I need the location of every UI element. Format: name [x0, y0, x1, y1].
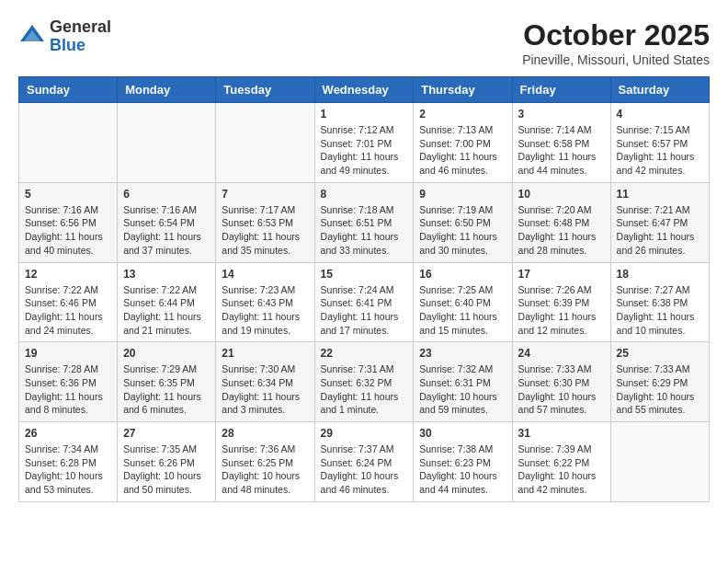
day-info: Sunrise: 7:13 AMSunset: 7:00 PMDaylight:…	[419, 123, 506, 178]
day-info: Sunrise: 7:17 AMSunset: 6:53 PMDaylight:…	[222, 203, 308, 258]
logo-icon	[18, 23, 46, 51]
day-number: 13	[123, 268, 210, 281]
logo-general: General	[50, 18, 111, 37]
day-info: Sunrise: 7:28 AMSunset: 6:36 PMDaylight:…	[25, 362, 111, 417]
calendar-cell	[216, 103, 314, 183]
calendar-cell: 22Sunrise: 7:31 AMSunset: 6:32 PMDayligh…	[314, 342, 414, 422]
day-info: Sunrise: 7:19 AMSunset: 6:50 PMDaylight:…	[419, 203, 506, 258]
day-info: Sunrise: 7:21 AMSunset: 6:47 PMDaylight:…	[617, 203, 703, 258]
day-info: Sunrise: 7:20 AMSunset: 6:48 PMDaylight:…	[518, 203, 605, 258]
calendar-cell: 12Sunrise: 7:22 AMSunset: 6:46 PMDayligh…	[19, 262, 118, 342]
title-area: October 2025 Pineville, Missouri, United…	[522, 18, 710, 67]
day-info: Sunrise: 7:38 AMSunset: 6:23 PMDaylight:…	[419, 442, 506, 497]
day-info: Sunrise: 7:34 AMSunset: 6:28 PMDaylight:…	[25, 442, 111, 497]
day-info: Sunrise: 7:25 AMSunset: 6:40 PMDaylight:…	[419, 283, 506, 338]
location: Pineville, Missouri, United States	[522, 52, 710, 67]
calendar-cell: 30Sunrise: 7:38 AMSunset: 6:23 PMDayligh…	[414, 422, 512, 502]
day-number: 5	[25, 188, 111, 201]
day-info: Sunrise: 7:14 AMSunset: 6:58 PMDaylight:…	[518, 123, 605, 178]
calendar-cell: 10Sunrise: 7:20 AMSunset: 6:48 PMDayligh…	[512, 182, 610, 262]
calendar-cell: 21Sunrise: 7:30 AMSunset: 6:34 PMDayligh…	[216, 342, 314, 422]
day-info: Sunrise: 7:23 AMSunset: 6:43 PMDaylight:…	[222, 283, 308, 338]
calendar-cell: 18Sunrise: 7:27 AMSunset: 6:38 PMDayligh…	[610, 262, 709, 342]
day-number: 24	[518, 347, 605, 360]
day-number: 27	[123, 427, 210, 440]
logo-blue: Blue	[50, 37, 111, 55]
calendar-cell: 27Sunrise: 7:35 AMSunset: 6:26 PMDayligh…	[118, 422, 216, 502]
calendar-cell: 1Sunrise: 7:12 AMSunset: 7:01 PMDaylight…	[314, 103, 414, 183]
calendar-cell	[19, 103, 118, 183]
day-number: 17	[518, 268, 605, 281]
day-number: 30	[419, 427, 506, 440]
calendar-cell: 20Sunrise: 7:29 AMSunset: 6:35 PMDayligh…	[118, 342, 216, 422]
calendar-week-row: 12Sunrise: 7:22 AMSunset: 6:46 PMDayligh…	[19, 262, 710, 342]
calendar-table: SundayMondayTuesdayWednesdayThursdayFrid…	[18, 76, 710, 502]
day-number: 29	[321, 427, 408, 440]
day-number: 12	[25, 268, 111, 281]
weekday-header: Thursday	[414, 77, 512, 103]
calendar-cell: 16Sunrise: 7:25 AMSunset: 6:40 PMDayligh…	[414, 262, 512, 342]
day-number: 26	[25, 427, 111, 440]
day-number: 18	[617, 268, 703, 281]
day-info: Sunrise: 7:29 AMSunset: 6:35 PMDaylight:…	[123, 362, 210, 417]
page-header: General Blue October 2025 Pineville, Mis…	[18, 18, 710, 67]
day-info: Sunrise: 7:30 AMSunset: 6:34 PMDaylight:…	[222, 362, 308, 417]
day-info: Sunrise: 7:33 AMSunset: 6:29 PMDaylight:…	[617, 362, 703, 417]
weekday-header: Friday	[512, 77, 610, 103]
calendar-cell	[610, 422, 709, 502]
calendar-cell: 29Sunrise: 7:37 AMSunset: 6:24 PMDayligh…	[314, 422, 414, 502]
day-info: Sunrise: 7:27 AMSunset: 6:38 PMDaylight:…	[617, 283, 703, 338]
day-number: 4	[617, 108, 703, 121]
day-info: Sunrise: 7:26 AMSunset: 6:39 PMDaylight:…	[518, 283, 605, 338]
day-number: 6	[123, 188, 210, 201]
calendar-cell: 15Sunrise: 7:24 AMSunset: 6:41 PMDayligh…	[314, 262, 414, 342]
day-info: Sunrise: 7:36 AMSunset: 6:25 PMDaylight:…	[222, 442, 308, 497]
day-info: Sunrise: 7:37 AMSunset: 6:24 PMDaylight:…	[321, 442, 408, 497]
day-number: 28	[222, 427, 308, 440]
calendar-cell: 31Sunrise: 7:39 AMSunset: 6:22 PMDayligh…	[512, 422, 610, 502]
calendar-cell: 23Sunrise: 7:32 AMSunset: 6:31 PMDayligh…	[414, 342, 512, 422]
day-info: Sunrise: 7:24 AMSunset: 6:41 PMDaylight:…	[321, 283, 408, 338]
weekday-header: Monday	[118, 77, 216, 103]
calendar-week-row: 26Sunrise: 7:34 AMSunset: 6:28 PMDayligh…	[19, 422, 710, 502]
calendar-week-row: 19Sunrise: 7:28 AMSunset: 6:36 PMDayligh…	[19, 342, 710, 422]
day-number: 1	[321, 108, 408, 121]
calendar-cell: 13Sunrise: 7:22 AMSunset: 6:44 PMDayligh…	[118, 262, 216, 342]
calendar-cell: 6Sunrise: 7:16 AMSunset: 6:54 PMDaylight…	[118, 182, 216, 262]
day-number: 20	[123, 347, 210, 360]
weekday-header: Sunday	[19, 77, 118, 103]
calendar-cell	[118, 103, 216, 183]
day-number: 2	[419, 108, 506, 121]
weekday-header: Tuesday	[216, 77, 314, 103]
day-number: 16	[419, 268, 506, 281]
day-number: 23	[419, 347, 506, 360]
day-number: 3	[518, 108, 605, 121]
day-info: Sunrise: 7:12 AMSunset: 7:01 PMDaylight:…	[321, 123, 408, 178]
calendar-cell: 14Sunrise: 7:23 AMSunset: 6:43 PMDayligh…	[216, 262, 314, 342]
calendar-cell: 11Sunrise: 7:21 AMSunset: 6:47 PMDayligh…	[610, 182, 709, 262]
calendar-cell: 8Sunrise: 7:18 AMSunset: 6:51 PMDaylight…	[314, 182, 414, 262]
calendar-cell: 5Sunrise: 7:16 AMSunset: 6:56 PMDaylight…	[19, 182, 118, 262]
calendar-cell: 4Sunrise: 7:15 AMSunset: 6:57 PMDaylight…	[610, 103, 709, 183]
day-number: 8	[321, 188, 408, 201]
calendar-week-row: 5Sunrise: 7:16 AMSunset: 6:56 PMDaylight…	[19, 182, 710, 262]
logo: General Blue	[18, 18, 111, 55]
calendar-cell: 7Sunrise: 7:17 AMSunset: 6:53 PMDaylight…	[216, 182, 314, 262]
day-number: 22	[321, 347, 408, 360]
day-info: Sunrise: 7:39 AMSunset: 6:22 PMDaylight:…	[518, 442, 605, 497]
calendar-cell: 19Sunrise: 7:28 AMSunset: 6:36 PMDayligh…	[19, 342, 118, 422]
day-info: Sunrise: 7:22 AMSunset: 6:44 PMDaylight:…	[123, 283, 210, 338]
calendar-cell: 17Sunrise: 7:26 AMSunset: 6:39 PMDayligh…	[512, 262, 610, 342]
weekday-header: Saturday	[610, 77, 709, 103]
day-number: 25	[617, 347, 703, 360]
day-info: Sunrise: 7:32 AMSunset: 6:31 PMDaylight:…	[419, 362, 506, 417]
day-info: Sunrise: 7:16 AMSunset: 6:56 PMDaylight:…	[25, 203, 111, 258]
calendar-week-row: 1Sunrise: 7:12 AMSunset: 7:01 PMDaylight…	[19, 103, 710, 183]
day-info: Sunrise: 7:16 AMSunset: 6:54 PMDaylight:…	[123, 203, 210, 258]
calendar-cell: 24Sunrise: 7:33 AMSunset: 6:30 PMDayligh…	[512, 342, 610, 422]
weekday-header-row: SundayMondayTuesdayWednesdayThursdayFrid…	[19, 77, 710, 103]
day-number: 10	[518, 188, 605, 201]
calendar-cell: 2Sunrise: 7:13 AMSunset: 7:00 PMDaylight…	[414, 103, 512, 183]
day-number: 19	[25, 347, 111, 360]
day-number: 7	[222, 188, 308, 201]
